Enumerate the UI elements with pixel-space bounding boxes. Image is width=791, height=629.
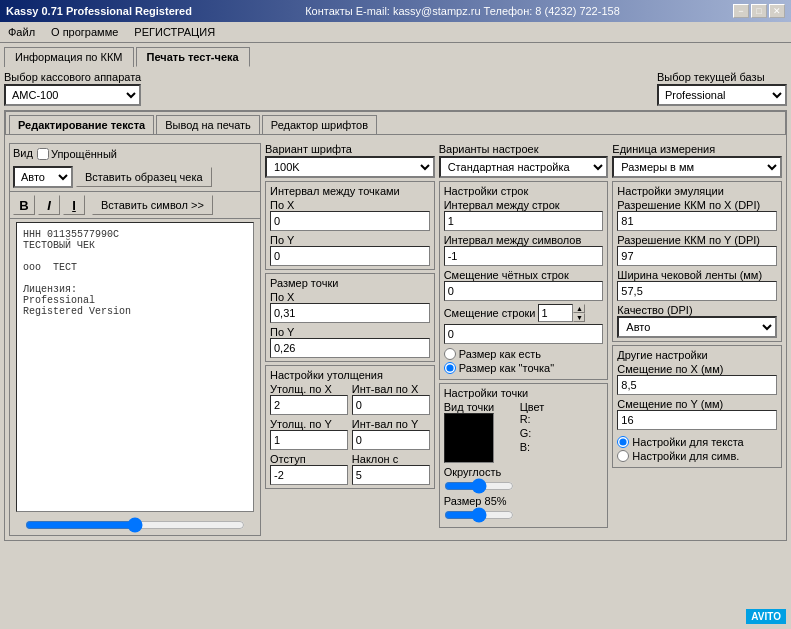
font-variant-label: Вариант шрифта (265, 143, 435, 155)
tab-print-output[interactable]: Вывод на печать (156, 115, 260, 134)
y-dpi-input[interactable] (617, 246, 777, 266)
menu-register[interactable]: РЕГИСТРАЦИЯ (130, 24, 219, 40)
spin-up-button[interactable]: ▲ (573, 304, 585, 313)
units-select[interactable]: Размеры в мм (612, 156, 782, 178)
dot-settings-title: Настройки точки (444, 387, 604, 399)
tab-edit-text[interactable]: Редактирование текста (9, 115, 154, 134)
b-label: B: (520, 441, 530, 453)
preview-area[interactable]: ННН 01135577990С ТЕСТОВЫЙ ЧЕК ооо ТЕСТ Л… (16, 222, 254, 512)
size-as-point-radio[interactable] (444, 362, 456, 374)
row-settings-group: Настройки строк Интервал между строк Инт… (439, 181, 609, 380)
g-row: G: (520, 427, 550, 439)
minimize-button[interactable]: − (733, 4, 749, 18)
int-y-input[interactable] (352, 430, 430, 450)
point-size-group: Размер точки По X По Y (265, 273, 435, 362)
char-interval-input[interactable] (444, 246, 604, 266)
point-y-input[interactable] (270, 246, 430, 266)
spin-down-button[interactable]: ▼ (573, 313, 585, 322)
horizontal-scroll[interactable] (25, 518, 245, 532)
row-offset-value-input[interactable] (444, 324, 604, 344)
menu-bar: Файл О программе РЕГИСТРАЦИЯ (0, 22, 791, 43)
tab-print-test[interactable]: Печать тест-чека (136, 47, 250, 67)
contact-info: Контакты E-mail: kassy@stampz.ru Телефон… (305, 5, 620, 17)
row-interval-label: Интервал между строк (444, 199, 604, 211)
menu-file[interactable]: Файл (4, 24, 39, 40)
rgb-labels: R: G: B: (520, 413, 550, 453)
settings-variant-group: Варианты настроек Стандартная настройка (439, 143, 609, 178)
middle-settings-row: Интервал между точками По X По Y Размер … (265, 181, 782, 531)
indent-tilt-row: Отступ Наклон с (270, 453, 430, 485)
size-x-input[interactable] (270, 303, 430, 323)
point-col: Интервал между точками По X По Y Размер … (265, 181, 435, 531)
text-settings-label: Настройки для текста (632, 436, 743, 448)
dot-type-col: Вид точки Округлость Размер 85% (444, 401, 514, 524)
units-label: Единица измерения (612, 143, 782, 155)
thickness-title: Настройки утолщения (270, 369, 430, 381)
r-label: R: (520, 413, 531, 425)
size-y-label: По Y (270, 326, 430, 338)
maximize-button[interactable]: □ (751, 4, 767, 18)
row-offset-input[interactable] (538, 304, 573, 322)
row-interval-input[interactable] (444, 211, 604, 231)
settings-variant-label: Варианты настроек (439, 143, 609, 155)
text-settings-radio[interactable] (617, 436, 629, 448)
underline-button[interactable]: I (63, 195, 85, 215)
tab-kkm-info[interactable]: Информация по ККМ (4, 47, 134, 67)
indent-input[interactable] (270, 465, 348, 485)
x-dpi-input[interactable] (617, 211, 777, 231)
size-as-is-radio[interactable] (444, 348, 456, 360)
text-settings-row: Настройки для текста (617, 436, 777, 448)
auto-select[interactable]: Авто (13, 166, 73, 188)
y-offset-input[interactable] (617, 410, 777, 430)
menu-about[interactable]: О программе (47, 24, 122, 40)
italic-button[interactable]: I (38, 195, 60, 215)
size-as-is-row: Размер как есть (444, 348, 604, 360)
size-slider[interactable] (444, 508, 514, 522)
emulation-title: Настройки эмуляции (617, 185, 777, 197)
thick-y-input[interactable] (270, 430, 348, 450)
avito-badge: AVITO (746, 609, 786, 624)
char-interval-label: Интервал между символов (444, 234, 604, 246)
char-settings-label: Настройки для симв. (632, 450, 739, 462)
kassa-label: Выбор кассового аппарата (4, 71, 141, 83)
tilt-label: Наклон с (352, 453, 430, 465)
point-y-label: По Y (270, 234, 430, 246)
units-group: Единица измерения Размеры в мм (612, 143, 782, 178)
quality-select[interactable]: Авто (617, 316, 777, 338)
simplified-check-label[interactable]: Упрощённый (37, 148, 117, 160)
insert-symbol-button[interactable]: Вставить символ >> (92, 195, 213, 215)
simplified-checkbox[interactable] (37, 148, 49, 160)
even-offset-input[interactable] (444, 281, 604, 301)
tab-font-editor[interactable]: Редактор шрифтов (262, 115, 377, 134)
size-y-input[interactable] (270, 338, 430, 358)
int-x-input[interactable] (352, 395, 430, 415)
inner-tab-container: Редактирование текста Вывод на печать Ре… (4, 110, 787, 541)
char-settings-radio[interactable] (617, 450, 629, 462)
tilt-input[interactable] (352, 465, 430, 485)
base-select[interactable]: Professional (657, 84, 787, 106)
format-toolbar: B I I Вставить символ >> (10, 192, 260, 219)
window-controls[interactable]: − □ ✕ (733, 4, 785, 18)
settings-variant-select[interactable]: Стандартная настройка (439, 156, 609, 178)
insert-sample-button[interactable]: Вставить образец чека (76, 167, 212, 187)
point-x-input[interactable] (270, 211, 430, 231)
dot-color-box (444, 413, 494, 463)
close-button[interactable]: ✕ (769, 4, 785, 18)
tape-width-input[interactable] (617, 281, 777, 301)
dot-settings-group: Настройки точки Вид точки Округлость Раз… (439, 383, 609, 528)
bold-button[interactable]: B (13, 195, 35, 215)
kassa-select[interactable]: АМС-100 (4, 84, 141, 106)
row-offset-spinner: ▲ ▼ (538, 304, 585, 322)
color-label: Цвет (520, 401, 550, 413)
quality-label: Качество (DPI) (617, 304, 777, 316)
view-row: Вид Упрощённый (10, 144, 260, 163)
base-label: Выбор текущей базы (657, 71, 787, 83)
int-y-col: Инт-вал по Y (352, 418, 430, 450)
emulation-group: Настройки эмуляции Разрешение ККМ по X (… (612, 181, 782, 342)
font-variant-select[interactable]: 100K (265, 156, 435, 178)
thick-x-col: Утолщ. по X (270, 383, 348, 415)
roundness-slider[interactable] (444, 479, 514, 493)
thick-x-input[interactable] (270, 395, 348, 415)
thick-x-label: Утолщ. по X (270, 383, 348, 395)
x-offset-input[interactable] (617, 375, 777, 395)
